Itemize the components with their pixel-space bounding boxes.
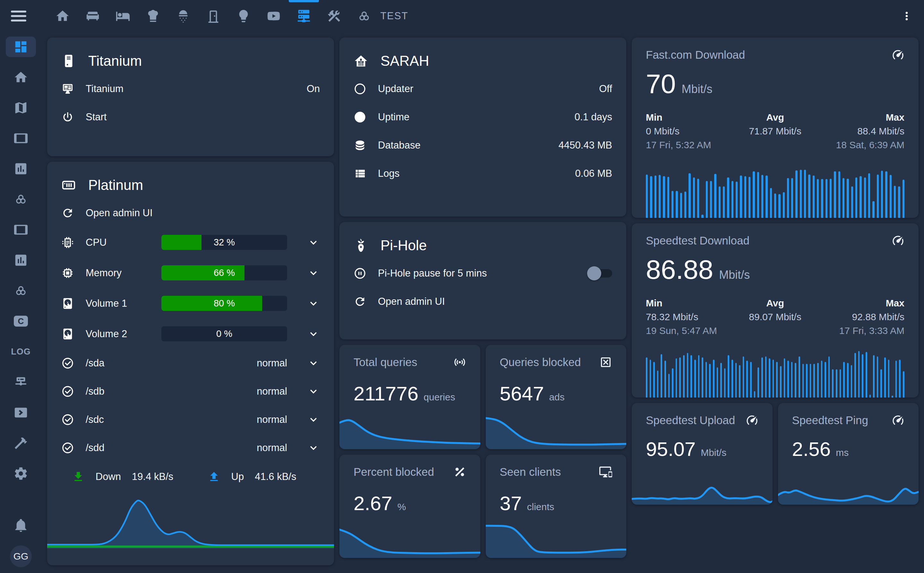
entity-row-start-button[interactable]: Start	[61, 103, 320, 131]
sidebar: C LOG GG	[0, 32, 42, 573]
lightbulb-icon	[236, 9, 251, 23]
entity-row-database[interactable]: Database 4450.43 MB	[354, 131, 612, 160]
tab-door[interactable]	[198, 0, 229, 32]
tab-lights[interactable]	[229, 0, 258, 32]
disk-row-sda[interactable]: /sda normal	[61, 349, 320, 377]
chevron-down-icon[interactable]	[307, 357, 320, 369]
tab-servers-active[interactable]	[289, 0, 319, 32]
download-label: Down	[96, 471, 121, 482]
fastcom-history-chart	[646, 161, 904, 218]
tablet-icon	[14, 131, 28, 146]
chart-box-icon	[14, 253, 28, 268]
sidebar-item-tablet-2[interactable]	[6, 219, 36, 240]
disk-label: /sdc	[86, 414, 104, 426]
gauge-row-memory[interactable]: Memory 66 %	[61, 258, 320, 288]
disk-row-sdd[interactable]: /sdd normal	[61, 434, 320, 462]
tab-media[interactable]	[258, 0, 289, 32]
chevron-down-icon[interactable]	[307, 413, 320, 426]
stat-title: Seen clients	[500, 465, 561, 478]
entity-row-updater[interactable]: Updater Off	[354, 75, 612, 103]
card-title: Speedtest Upload	[646, 414, 735, 427]
max-value: 88.4 Mbit/s	[818, 124, 904, 138]
top-bar: TEST	[0, 0, 924, 32]
open-admin-ui-button[interactable]: Open admin UI	[354, 288, 612, 316]
min-avg-max-stats: Min 0 Mbit/s 17 Fri, 5:32 AM Avg 71.87 M…	[646, 110, 904, 152]
pihole-stats-row-2: Percent blocked 2.67 % Seen clients 37 c…	[340, 455, 626, 558]
check-circle-icon	[61, 413, 74, 426]
overflow-menu-button[interactable]	[900, 9, 913, 22]
map-icon	[14, 100, 28, 115]
entity-label: Updater	[378, 83, 413, 95]
sidebar-item-c[interactable]: C	[6, 311, 36, 332]
sidebar-item-terminal[interactable]	[6, 402, 36, 423]
entity-row-uptime[interactable]: Uptime 0.1 days	[354, 103, 612, 131]
disk-state: normal	[257, 442, 287, 454]
download-stat[interactable]: Down 19.4 kB/s	[72, 470, 186, 483]
sidebar-item-tablet-1[interactable]	[6, 128, 36, 149]
percent-icon	[453, 465, 466, 478]
tab-home[interactable]	[47, 0, 78, 32]
disk-row-sdc[interactable]: /sdc normal	[61, 405, 320, 434]
harddisk-icon	[61, 327, 74, 340]
entity-label: Logs	[378, 168, 399, 179]
cpu-icon	[61, 236, 74, 249]
card-title: Pi-Hole	[381, 237, 427, 254]
titanium-card: Titanium Titanium On Start	[47, 38, 334, 156]
speedometer-icon	[892, 234, 904, 247]
tab-tools[interactable]	[319, 0, 349, 32]
entity-label: Start	[86, 111, 106, 123]
chevron-down-icon[interactable]	[307, 267, 320, 279]
upload-stat[interactable]: Up 41.6 kB/s	[208, 470, 310, 483]
min-timestamp: 19 Sun, 5:47 AM	[646, 324, 732, 338]
card-title: Fast.com Download	[646, 49, 745, 61]
tab-bathroom[interactable]	[168, 0, 198, 32]
home-icon	[55, 9, 70, 23]
lan-icon	[14, 375, 28, 390]
speedometer-icon	[892, 49, 904, 61]
stat-title: Percent blocked	[354, 465, 434, 478]
console-icon	[14, 405, 28, 420]
upload-sparkline	[632, 473, 772, 505]
disk-label: /sdd	[86, 442, 105, 454]
chevron-down-icon[interactable]	[307, 441, 320, 454]
sidebar-item-developer-tools[interactable]	[6, 433, 36, 453]
open-admin-ui-button[interactable]: Open admin UI	[61, 199, 320, 227]
gauge-row-volume-2[interactable]: Volume 2 0 %	[61, 319, 320, 349]
desktop-icon	[61, 83, 74, 95]
gauge-row-cpu[interactable]: CPU 32 %	[61, 227, 320, 258]
sidebar-item-network[interactable]	[6, 372, 36, 392]
menu-icon[interactable]	[11, 9, 26, 22]
min-label: Min	[646, 296, 732, 310]
chevron-down-icon[interactable]	[307, 297, 320, 310]
chevron-down-icon[interactable]	[307, 385, 320, 398]
button-label: Open admin UI	[86, 207, 153, 219]
tab-living-room[interactable]	[78, 0, 108, 32]
entity-state: 0.06 MB	[575, 168, 612, 179]
sidebar-item-dashboard[interactable]	[6, 37, 36, 57]
sidebar-item-stats-2[interactable]	[6, 250, 36, 271]
sidebar-item-log[interactable]: LOG	[6, 341, 36, 362]
home-assistant-icon	[354, 53, 368, 68]
admin-ui-icon	[61, 207, 74, 219]
sidebar-item-settings[interactable]	[6, 463, 36, 484]
check-circle-icon	[61, 385, 74, 398]
min-label: Min	[646, 110, 732, 124]
sidebar-item-biohazard-1[interactable]	[6, 189, 36, 210]
sidebar-item-home[interactable]	[6, 67, 36, 88]
sidebar-item-biohazard-2[interactable]	[6, 280, 36, 301]
disk-row-sdb[interactable]: /sdb normal	[61, 377, 320, 405]
chevron-down-icon[interactable]	[307, 236, 320, 249]
seen-clients-sparkline	[486, 520, 626, 558]
entity-row-titanium[interactable]: Titanium On	[61, 75, 320, 103]
chevron-down-icon[interactable]	[307, 327, 320, 340]
sidebar-item-notifications[interactable]	[6, 515, 36, 535]
entity-row-logs[interactable]: Logs 0.06 MB	[354, 160, 612, 188]
user-avatar[interactable]: GG	[10, 545, 32, 567]
gauge-row-volume-1[interactable]: Volume 1 80 %	[61, 288, 320, 319]
sidebar-item-map[interactable]	[6, 97, 36, 118]
tab-kitchen[interactable]	[138, 0, 168, 32]
tab-test[interactable]: TEST	[379, 0, 409, 32]
pihole-pause-toggle[interactable]	[589, 269, 612, 277]
tab-bedroom[interactable]	[108, 0, 138, 32]
sidebar-item-stats-1[interactable]	[6, 158, 36, 179]
